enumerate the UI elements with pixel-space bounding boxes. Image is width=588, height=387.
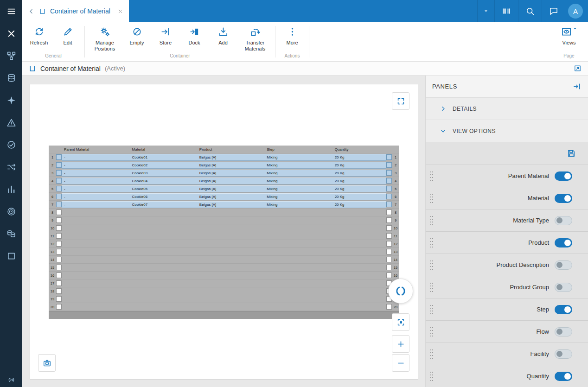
toggle-material-type[interactable] (555, 216, 572, 225)
position-row-3[interactable]: 3-Cookie03Belgas [A]Mixing20 Kg3 (49, 169, 399, 177)
zoom-in-button[interactable] (392, 335, 409, 353)
tab-close-icon[interactable] (117, 8, 123, 14)
position-material-bar[interactable]: -Cookie03Belgas [A]Mixing20 Kg (62, 170, 386, 177)
drag-handle-icon[interactable] (430, 171, 434, 182)
sidebar-item-x-logo[interactable] (0, 22, 22, 44)
toggle-product[interactable] (555, 238, 572, 247)
fullscreen-button[interactable] (392, 92, 409, 110)
sidebar-item-target[interactable] (0, 200, 22, 222)
more-button[interactable]: More (278, 26, 307, 46)
position-cell (56, 217, 62, 223)
drag-handle-icon[interactable] (430, 371, 434, 382)
position-row-2[interactable]: 2-Cookie02Belgas [A]Mixing20 Kg2 (49, 161, 399, 169)
toggle-facility[interactable] (555, 349, 572, 359)
back-chevron-icon[interactable] (28, 8, 35, 15)
position-row-15[interactable]: 1515 (49, 264, 399, 272)
toggle-step[interactable] (555, 305, 572, 314)
position-cell (386, 162, 392, 168)
drag-handle-icon[interactable] (430, 349, 434, 360)
transfer-materials-button[interactable]: Transfer Materials (237, 26, 273, 51)
position-material-bar[interactable]: -Cookie05Belgas [A]Mixing20 Kg (62, 185, 386, 192)
position-material-bar[interactable]: -Cookie02Belgas [A]Mixing20 Kg (62, 162, 386, 169)
position-row-10[interactable]: 1010 (49, 224, 399, 232)
sidebar-item-data-store[interactable] (0, 222, 22, 245)
sidebar-item-stack[interactable] (0, 67, 22, 89)
position-row-19[interactable]: 1919 (49, 295, 399, 303)
sidebar-item-analytics[interactable] (0, 178, 22, 200)
edit-button[interactable]: Edit (53, 26, 82, 46)
collapse-panel-icon[interactable] (573, 82, 582, 91)
tab-container-of-material[interactable]: Container of Material (22, 0, 129, 22)
position-number: 7 (49, 203, 56, 207)
rotate-control[interactable] (388, 279, 413, 304)
refresh-button[interactable]: Refresh (25, 26, 53, 46)
search-button[interactable] (518, 0, 542, 22)
view-options-section-header[interactable]: VIEW OPTIONS (426, 120, 588, 142)
position-row-14[interactable]: 1414 (49, 256, 399, 264)
position-material-bar[interactable]: -Cookie04Belgas [A]Mixing20 Kg (62, 178, 386, 184)
position-material-bar[interactable]: -Cookie06Belgas [A]Mixing20 Kg (62, 193, 386, 200)
fit-view-button[interactable] (392, 313, 409, 331)
sidebar-item-alarm[interactable] (0, 111, 22, 133)
add-button[interactable]: Add (209, 26, 237, 46)
drag-handle-icon[interactable] (430, 282, 434, 293)
scan-button[interactable] (494, 0, 518, 22)
sidebar-item-quality[interactable] (0, 133, 22, 156)
more-icon (287, 26, 298, 37)
position-row-5[interactable]: 5-Cookie05Belgas [A]Mixing20 Kg5 (49, 185, 399, 193)
toggle-product-group[interactable] (555, 283, 572, 292)
drag-handle-icon[interactable] (430, 326, 434, 337)
empty-button[interactable]: Empty (122, 26, 151, 46)
viz-column-header: Product (197, 147, 264, 152)
views-button[interactable]: Views (555, 26, 583, 46)
popout-icon[interactable] (574, 64, 582, 72)
save-icon[interactable] (567, 149, 576, 158)
position-number: 13 (49, 250, 56, 254)
sidebar-item-flow[interactable] (0, 156, 22, 178)
manage-positions-button[interactable]: Manage Positions (87, 26, 122, 51)
toggle-product-description[interactable] (555, 260, 572, 270)
position-row-4[interactable]: 4-Cookie04Belgas [A]Mixing20 Kg4 (49, 177, 399, 185)
dropdown-caret-button[interactable] (477, 0, 494, 22)
store-button[interactable]: Store (151, 26, 180, 46)
messages-button[interactable] (542, 0, 565, 22)
sidebar-item-dispatch[interactable] (0, 89, 22, 111)
dock-button[interactable]: Dock (180, 26, 209, 46)
drag-handle-icon[interactable] (430, 260, 434, 271)
zoom-out-button[interactable] (392, 354, 409, 372)
drag-handle-icon[interactable] (430, 237, 434, 248)
user-avatar[interactable]: A (568, 4, 583, 19)
sidebar-item-hamburger-menu[interactable] (0, 0, 22, 22)
position-row-6[interactable]: 6-Cookie06Belgas [A]Mixing20 Kg6 (49, 193, 399, 201)
position-row-9[interactable]: 99 (49, 216, 399, 224)
position-row-12[interactable]: 1212 (49, 240, 399, 248)
viz-scrollbar[interactable] (49, 311, 399, 319)
position-row-13[interactable]: 1313 (49, 248, 399, 256)
position-row-20[interactable]: 2020 (49, 303, 399, 311)
snapshot-button[interactable] (38, 354, 56, 372)
ribbon-group-caption: Actions (278, 52, 307, 61)
position-material-bar[interactable]: -Cookie07Belgas [A]Mixing20 Kg (62, 201, 386, 208)
position-row-7[interactable]: 7-Cookie07Belgas [A]Mixing20 Kg7 (49, 201, 399, 209)
position-material-bar[interactable]: -Cookie01Belgas [A]Mixing20 Kg (62, 154, 386, 161)
sidebar-item-container-app[interactable] (0, 245, 22, 267)
position-cell (56, 170, 62, 176)
details-section-header[interactable]: DETAILS (426, 98, 588, 120)
drag-handle-icon[interactable] (430, 193, 434, 204)
position-row-18[interactable]: 1818 (49, 287, 399, 295)
toggle-parent-material[interactable] (555, 171, 572, 181)
position-row-8[interactable]: 88 (49, 209, 399, 216)
position-row-11[interactable]: 1111 (49, 232, 399, 240)
drag-handle-icon[interactable] (430, 215, 434, 226)
toggle-quantity[interactable] (555, 372, 572, 381)
position-row-1[interactable]: 1-Cookie01Belgas [A]Mixing20 Kg1 (49, 153, 399, 161)
sidebar-item-broadcast[interactable] (0, 376, 22, 383)
position-row-17[interactable]: 1717 (49, 279, 399, 287)
position-row-16[interactable]: 1616 (49, 272, 399, 279)
sidebar-item-modeling[interactable] (0, 44, 22, 67)
viz-column-headers: Parent MaterialMaterialProductStepQuanti… (49, 146, 399, 153)
toggle-flow[interactable] (555, 327, 572, 336)
position-number: 11 (49, 234, 56, 238)
drag-handle-icon[interactable] (430, 304, 434, 315)
toggle-material[interactable] (555, 194, 572, 203)
